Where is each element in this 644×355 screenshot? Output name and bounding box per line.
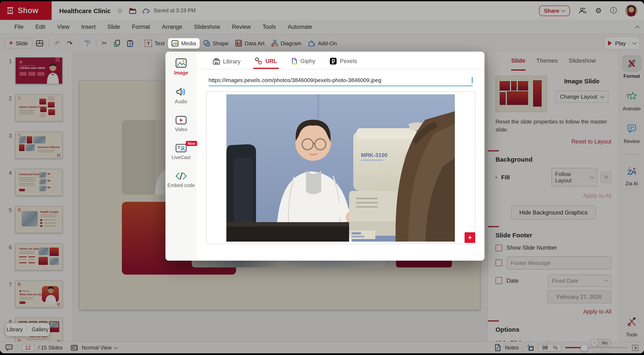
media-type-audio[interactable]: Audio [175, 87, 188, 104]
slide-thumbnail-3[interactable]: Services Offered [15, 132, 62, 159]
reset-to-layout-link[interactable]: Reset to Layout [496, 138, 612, 144]
hide-slide-toggle[interactable]: ∥ No [590, 339, 612, 346]
tab-url[interactable]: URL [255, 57, 277, 69]
image-url-input[interactable] [208, 77, 471, 83]
tab-pexels[interactable]: Pexels [330, 58, 357, 69]
zoom-slider[interactable] [565, 347, 628, 348]
media-button[interactable]: Media [168, 38, 200, 48]
video-icon [176, 116, 186, 124]
guides-icon[interactable] [527, 344, 534, 351]
menu-view[interactable]: View [51, 24, 75, 30]
date-checkbox[interactable] [496, 277, 502, 284]
show-slide-number-label: Show Slide Number [506, 244, 557, 251]
media-type-embed[interactable]: Embed code [167, 172, 195, 188]
collapse-ribbon-icon[interactable] [635, 26, 640, 30]
cut-button[interactable]: ✂ [98, 37, 110, 49]
slide-thumbnail-2[interactable]: About Lifeline Care [15, 94, 62, 122]
show-logo[interactable]: Show [0, 1, 52, 20]
slide-thumbnail-4[interactable]: Advanced Facilities ▮▮▮ ▮▮▮ ▮▮▮ [15, 169, 62, 196]
view-mode-select[interactable]: Normal View [82, 345, 117, 350]
play-caret-icon [632, 40, 636, 45]
menu-format[interactable]: Format [126, 24, 156, 30]
copy-button[interactable] [111, 38, 124, 49]
media-type-video[interactable]: Video [175, 116, 187, 132]
paint-roller-icon [84, 40, 90, 47]
review-comment-icon [627, 124, 636, 133]
machine-model-label: MRK-3100 [361, 152, 388, 158]
media-type-livecast[interactable]: New LiveCast [172, 144, 190, 160]
menu-slideshow[interactable]: Slideshow [188, 24, 226, 30]
addon-button[interactable]: Add-On [305, 38, 340, 49]
info-icon[interactable]: ⓘ [610, 6, 617, 15]
layout-preview[interactable] [496, 76, 547, 112]
share-button[interactable]: Share [539, 5, 570, 16]
insert-image-button[interactable]: + [464, 232, 475, 243]
zoom-slider-knob[interactable] [581, 344, 588, 352]
notes-toggle[interactable]: Notes [505, 345, 519, 350]
menu-file[interactable]: File [8, 24, 30, 30]
review-rail-button[interactable]: Review [622, 120, 641, 144]
show-slide-number-checkbox[interactable] [496, 244, 502, 251]
slide-thumbnail-6[interactable]: Values we uphold [15, 243, 62, 270]
footer-message-input[interactable] [506, 256, 612, 269]
tab-slide[interactable]: Slide [511, 57, 525, 71]
animate-rail-button[interactable]: Animate [622, 88, 641, 111]
date-type-select[interactable]: Fixed Date [548, 274, 612, 287]
background-section-title: Background [496, 156, 612, 163]
tab-giphy[interactable]: Giphy [292, 58, 316, 69]
media-type-image[interactable]: Image [174, 58, 188, 75]
hide-background-graphics-button[interactable]: Hide Background Graphics [511, 206, 596, 220]
menu-review[interactable]: Review [226, 24, 257, 30]
zia-ai-rail-button[interactable]: Zia AI [622, 163, 641, 186]
slide-thumbnail-5[interactable]: Health Camps [15, 206, 62, 233]
apply-to-all-background-link[interactable]: Apply to All [496, 192, 612, 199]
menu-edit[interactable]: Edit [30, 24, 52, 30]
tab-themes[interactable]: Themes [536, 57, 558, 71]
play-button[interactable]: Play [604, 37, 640, 50]
menu-insert[interactable]: Insert [75, 24, 102, 30]
format-rail-button[interactable]: Format [622, 56, 641, 79]
shape-button[interactable]: Shape [200, 38, 232, 49]
fill-color-swatch[interactable] [600, 172, 612, 182]
lock-slide-toggle[interactable]: ∥ No [590, 352, 612, 353]
tab-slideshow[interactable]: Slideshow [569, 57, 596, 71]
slide-thumbnail-7[interactable]: What Sets Us Apart [15, 280, 62, 308]
tab-library[interactable]: Library [213, 58, 240, 69]
add-slide-button[interactable]: + Slide [4, 38, 32, 48]
menu-arrange[interactable]: Arrange [156, 24, 188, 30]
paste-button[interactable] [124, 38, 137, 49]
redo-button[interactable]: ↷ [64, 37, 76, 49]
fit-to-screen-icon[interactable] [632, 344, 639, 351]
menu-tools[interactable]: Tools [257, 24, 282, 30]
zoom-level-input[interactable]: 98 % [538, 344, 562, 352]
menu-slide[interactable]: Slide [102, 24, 126, 30]
folder-icon[interactable] [129, 8, 136, 14]
footer-message-checkbox[interactable] [496, 259, 502, 266]
document-title[interactable]: Healthcare Clinic [59, 7, 111, 14]
current-slide-number[interactable]: 12 [22, 344, 34, 352]
format-painter-button[interactable] [80, 38, 94, 49]
tools-rail-button[interactable]: Tools [622, 314, 641, 337]
chat-icon[interactable] [5, 344, 14, 352]
gallery-tab[interactable]: Gallery [32, 327, 48, 332]
text-tool-button[interactable]: T Text [142, 38, 168, 49]
slide-number: 3 [5, 132, 12, 159]
library-tab[interactable]: Library [6, 327, 23, 332]
diagram-button[interactable]: Diagram [268, 38, 305, 49]
menu-automate[interactable]: Automate [282, 24, 318, 30]
undo-button[interactable]: ↶ [51, 37, 64, 49]
show-logo-icon [6, 6, 14, 15]
settings-gear-icon[interactable]: ⚙ [595, 6, 602, 15]
fixed-date-value[interactable]: February 27, 2026 [547, 290, 612, 303]
user-avatar[interactable] [626, 5, 637, 16]
collaborators-icon[interactable] [578, 7, 587, 14]
view-mode-icon [71, 345, 78, 350]
slide-thumbnail-1[interactable]: Your health, our priority Lifeline care … [15, 57, 62, 84]
slide-layout-button[interactable] [32, 38, 46, 48]
favorite-star-icon[interactable]: ☆ [116, 6, 123, 15]
fill-expand-icon[interactable]: ▸ [496, 174, 498, 180]
fill-select[interactable]: Follow Layout [551, 168, 597, 186]
apply-to-all-footer-link[interactable]: Apply to All [496, 308, 612, 314]
data-art-button[interactable]: Data Art [232, 38, 268, 49]
change-layout-button[interactable]: Change Layout [555, 90, 608, 103]
